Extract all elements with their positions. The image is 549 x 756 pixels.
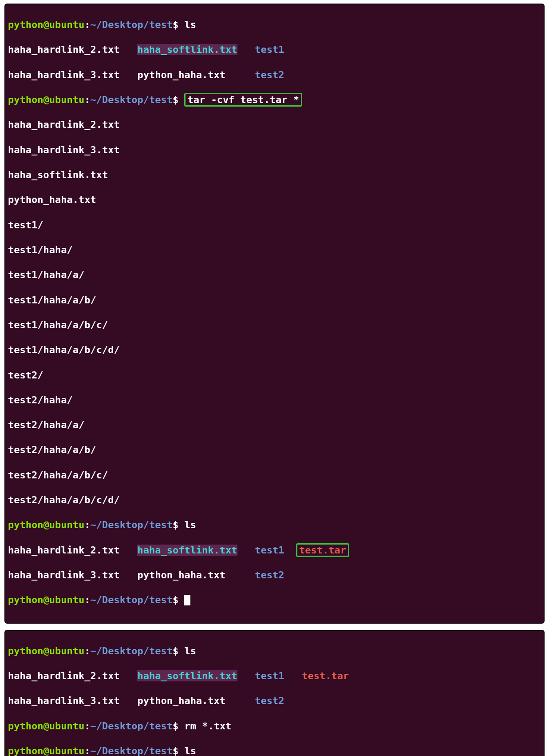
symlink: haha_softlink.txt — [137, 670, 237, 681]
prompt-line[interactable]: python@ubuntu:~/Desktop/test$ ls — [8, 745, 541, 756]
dir: test1 — [255, 670, 284, 681]
prompt-line[interactable]: python@ubuntu:~/Desktop/test$ rm *.txt — [8, 720, 541, 732]
symlink: haha_softlink.txt — [137, 44, 237, 55]
tarfile: test.tar — [302, 670, 349, 681]
ls-row: haha_hardlink_2.txt haha_softlink.txt te… — [8, 544, 541, 557]
command-rm-txt: rm *.txt — [184, 720, 231, 732]
cursor-icon — [184, 595, 190, 605]
tar-output: test1/ — [8, 219, 541, 231]
file: haha_hardlink_2.txt — [8, 44, 120, 55]
tar-output: test2/haha/a/b/c/d/ — [8, 494, 541, 506]
ls-row: haha_hardlink_3.txt python_haha.txt test… — [8, 569, 541, 581]
dir: test1 — [255, 545, 284, 556]
file: haha_hardlink_2.txt — [8, 670, 120, 681]
ls-row: haha_hardlink_3.txt python_haha.txt test… — [8, 695, 541, 707]
tar-output: haha_softlink.txt — [8, 169, 541, 181]
tar-output: test1/haha/a/ — [8, 269, 541, 281]
dir: test1 — [255, 44, 284, 55]
prompt-line[interactable]: python@ubuntu:~/Desktop/test$ ls — [8, 19, 541, 31]
dir: test2 — [255, 69, 284, 80]
dir: test2 — [255, 695, 284, 706]
tar-output: test1/haha/a/b/c/d/ — [8, 344, 541, 356]
prompt-line[interactable]: python@ubuntu:~/Desktop/test$ tar -cvf t… — [8, 94, 541, 106]
file: python_haha.txt — [137, 569, 225, 581]
dollar: $ — [173, 19, 178, 30]
ls-row: haha_hardlink_2.txt haha_softlink.txt te… — [8, 44, 541, 56]
file: python_haha.txt — [137, 69, 225, 80]
prompt-host: ubuntu — [49, 19, 84, 30]
command-ls: ls — [184, 745, 196, 756]
tar-output: haha_hardlink_2.txt — [8, 119, 541, 131]
terminal-window-2[interactable]: python@ubuntu:~/Desktop/test$ ls haha_ha… — [4, 630, 545, 756]
prompt-path: ~/Desktop/test — [90, 19, 172, 30]
tar-output: test2/haha/a/b/c/ — [8, 469, 541, 481]
prompt-line[interactable]: python@ubuntu:~/Desktop/test$ ls — [8, 645, 541, 657]
file: haha_hardlink_3.txt — [8, 695, 120, 706]
terminal-window-1[interactable]: python@ubuntu:~/Desktop/test$ ls haha_ha… — [4, 4, 545, 624]
colon: : — [84, 19, 90, 30]
file: haha_hardlink_3.txt — [8, 69, 120, 80]
at-sign: @ — [43, 19, 49, 30]
symlink: haha_softlink.txt — [137, 545, 237, 556]
tar-output: test2/ — [8, 369, 541, 382]
ls-row: haha_hardlink_3.txt python_haha.txt test… — [8, 69, 541, 81]
command-ls: ls — [184, 519, 196, 530]
tarfile: test.tar — [299, 545, 346, 556]
tar-output: test1/haha/a/b/c/ — [8, 319, 541, 331]
command-ls: ls — [184, 645, 196, 657]
tar-output: test2/haha/a/b/ — [8, 444, 541, 456]
tar-output: test1/haha/a/b/ — [8, 294, 541, 306]
tar-output: test2/haha/ — [8, 394, 541, 406]
prompt-line[interactable]: python@ubuntu:~/Desktop/test$ ls — [8, 519, 541, 531]
tar-output: test1/haha/ — [8, 244, 541, 256]
dir: test2 — [255, 569, 284, 581]
tar-output: test2/haha/a/ — [8, 419, 541, 431]
ls-row: haha_hardlink_2.txt haha_softlink.txt te… — [8, 670, 541, 682]
file: haha_hardlink_2.txt — [8, 545, 120, 556]
highlight-box-test-tar: test.tar — [296, 543, 349, 557]
highlight-box-tar-cvf: tar -cvf test.tar * — [184, 93, 302, 107]
file: haha_hardlink_3.txt — [8, 569, 120, 581]
tar-output: haha_hardlink_3.txt — [8, 144, 541, 156]
command-ls: ls — [184, 19, 196, 30]
tar-output: python_haha.txt — [8, 194, 541, 206]
command-tar-cvf: tar -cvf test.tar * — [187, 94, 299, 105]
file: python_haha.txt — [137, 695, 225, 706]
prompt-line[interactable]: python@ubuntu:~/Desktop/test$ — [8, 594, 541, 606]
prompt-user: python — [8, 19, 43, 30]
